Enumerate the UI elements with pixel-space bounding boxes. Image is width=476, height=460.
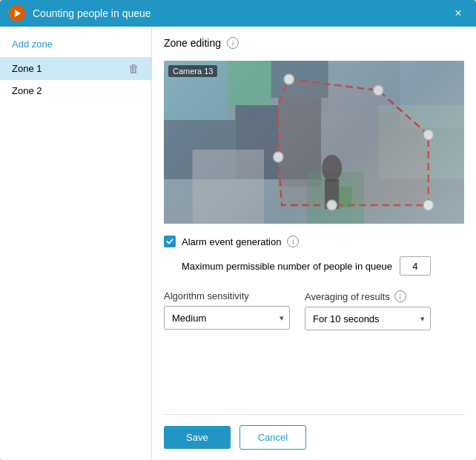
svg-point-18 — [284, 74, 294, 84]
add-zone-button[interactable]: Add zone — [0, 36, 151, 53]
title-bar: Counting people in queue × — [0, 0, 476, 27]
controls-row: Algorithm sensitivity Low Medium High ▾ … — [164, 290, 464, 330]
svg-point-19 — [374, 85, 384, 96]
zone-editing-info-icon[interactable]: i — [227, 37, 239, 49]
svg-point-22 — [327, 200, 337, 210]
svg-point-20 — [423, 130, 434, 140]
averaging-label-row: Averaging of results i — [305, 290, 431, 302]
alarm-label: Alarm event generation — [182, 236, 281, 247]
svg-rect-13 — [193, 150, 264, 224]
svg-rect-3 — [228, 61, 271, 105]
delete-zone-1-icon[interactable]: 🗑 — [128, 62, 139, 75]
algorithm-select-wrapper: Low Medium High ▾ — [164, 306, 290, 330]
close-button[interactable]: × — [449, 4, 467, 22]
content-area: Add zone Zone 1 🗑 Zone 2 Zone editing i … — [0, 27, 476, 460]
zone-item-2[interactable]: Zone 2 — [0, 80, 151, 101]
save-button[interactable]: Save — [164, 426, 231, 449]
zone-label-1: Zone 1 — [12, 63, 42, 74]
alarm-row: Alarm event generation i — [164, 236, 464, 247]
averaging-group: Averaging of results i For 5 seconds For… — [305, 290, 431, 330]
footer: Save Cancel — [164, 414, 464, 450]
zone-item-1[interactable]: Zone 1 🗑 — [0, 57, 151, 80]
algorithm-select[interactable]: Low Medium High — [164, 306, 290, 330]
zone-label-2: Zone 2 — [12, 85, 42, 96]
svg-marker-0 — [15, 10, 21, 17]
max-people-input[interactable] — [400, 256, 431, 276]
cam-overlay — [164, 61, 464, 224]
zone-editing-label: Zone editing — [164, 37, 221, 49]
alarm-checkbox[interactable] — [164, 236, 176, 247]
sidebar: Add zone Zone 1 🗑 Zone 2 — [0, 27, 152, 460]
averaging-select[interactable]: For 5 seconds For 10 seconds For 30 seco… — [305, 307, 431, 330]
main-panel: Zone editing i Camera 13 — [152, 27, 476, 460]
averaging-info-icon[interactable]: i — [394, 290, 406, 302]
averaging-label: Averaging of results — [305, 291, 390, 302]
alarm-info-icon[interactable]: i — [287, 236, 299, 247]
app-icon — [9, 5, 25, 21]
averaging-select-wrapper: For 5 seconds For 10 seconds For 30 seco… — [305, 307, 431, 330]
cancel-button[interactable]: Cancel — [239, 425, 306, 450]
algorithm-label: Algorithm sensitivity — [164, 290, 290, 301]
svg-point-23 — [274, 152, 284, 162]
max-people-row: Maximum permissible number of people in … — [182, 256, 464, 276]
camera-view: Camera 13 — [164, 61, 464, 224]
max-people-label: Maximum permissible number of people in … — [182, 261, 392, 272]
zone-editing-header: Zone editing i — [164, 37, 464, 49]
svg-point-21 — [423, 200, 434, 210]
dialog-title: Counting people in queue — [33, 7, 449, 19]
algorithm-group: Algorithm sensitivity Low Medium High ▾ — [164, 290, 290, 330]
dialog: Counting people in queue × Add zone Zone… — [0, 0, 476, 460]
camera-feed — [164, 61, 464, 224]
camera-label: Camera 13 — [168, 65, 217, 77]
